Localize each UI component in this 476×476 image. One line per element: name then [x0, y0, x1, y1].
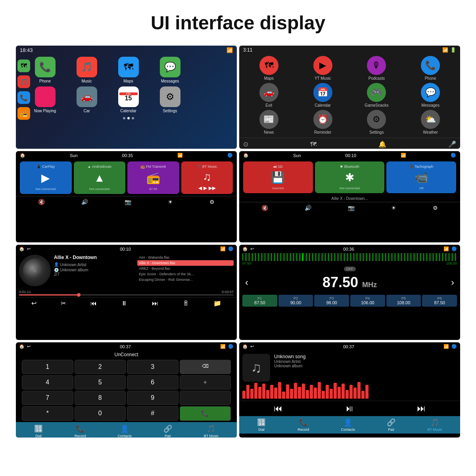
preset-p1[interactable]: P1 87.50 [242, 295, 277, 307]
btm-bottombar-record[interactable]: 📞 Record [298, 418, 309, 432]
sd-home-icon[interactable]: 🏠 [243, 153, 249, 158]
app-news[interactable]: 📰 News [243, 110, 295, 134]
android-mic-btn[interactable]: 🎤 [448, 140, 456, 148]
key-0[interactable]: 0 [75, 406, 126, 421]
radio-freq-bar[interactable] [242, 253, 457, 261]
app-ytmusic[interactable]: ▶ YT Music [297, 56, 349, 81]
bottombar-dial[interactable]: 🔢 Dial [34, 424, 43, 438]
bt-play-btn[interactable]: ▶ [203, 185, 207, 191]
preset-p3[interactable]: P3 98.00 [314, 295, 349, 307]
app-messages[interactable]: 💬 Messages [151, 57, 189, 83]
sidebar-radio-icon[interactable]: 📻 [17, 107, 30, 120]
sidebar-maps-icon[interactable]: 🗺 [17, 60, 30, 72]
camera-btn[interactable]: 📷 [125, 199, 131, 205]
key-3[interactable]: 3 [127, 360, 178, 374]
key-7[interactable]: 7 [22, 391, 73, 405]
tile-bluetooth[interactable]: ✱ Bluetooth ✱ Not connected [315, 161, 385, 193]
music-next-btn[interactable]: ⏭ [152, 300, 158, 307]
music-pause-btn[interactable]: ⏸ [121, 300, 127, 307]
btm-prev-btn[interactable]: ⏮ [274, 403, 282, 414]
btm-home-icon[interactable]: 🏠 [242, 344, 248, 349]
playlist-item-2[interactable]: Allie X - Downtown.flac [137, 260, 234, 266]
key-star[interactable]: * [22, 406, 73, 421]
app-calendar-a[interactable]: 📅 Calendar [297, 83, 349, 107]
preset-p2[interactable]: P2 90.00 [278, 295, 313, 307]
app-gamesnacks[interactable]: 🎮 GameSnacks [351, 83, 403, 107]
dial-back-icon[interactable]: ↩ [27, 344, 31, 349]
app-maps[interactable]: 🗺 Maps [109, 57, 148, 83]
playlist-item-1[interactable]: Aini - Wakanda.flac [137, 255, 234, 260]
key-hash[interactable]: # [127, 406, 178, 421]
key-2[interactable]: 2 [75, 360, 126, 374]
app-maps-a[interactable]: 🗺 Maps [243, 56, 295, 81]
btm-bottombar-dial[interactable]: 🔢 Dial [257, 418, 266, 432]
bt-next-btn[interactable]: ▶▶ [209, 185, 216, 191]
music-folder-btn[interactable]: 📁 [213, 299, 221, 307]
app-reminder[interactable]: ⏰ Reminder [297, 110, 349, 134]
app-podcasts[interactable]: 🎙 Podcasts [351, 56, 403, 81]
music-shuffle-btn[interactable]: ✂ [61, 299, 66, 307]
key-plus[interactable]: + [180, 375, 231, 390]
music-back-btn[interactable]: ↩ [31, 299, 36, 307]
android-map-btn[interactable]: ⊙ [243, 140, 248, 148]
btm-bottombar-pair[interactable]: 🔗 Pair [387, 418, 395, 432]
bottombar-contacts[interactable]: 👤 Contacts [118, 424, 132, 438]
android-nav-btn[interactable]: 🗺 [310, 141, 317, 148]
app-calendar[interactable]: FRI 15 Calendar [109, 86, 148, 113]
android-bell-btn[interactable]: 🔔 [378, 140, 386, 148]
brightness-btn[interactable]: ☀ [168, 199, 173, 205]
sd-camera[interactable]: 📷 [348, 205, 355, 211]
key-8[interactable]: 8 [75, 391, 126, 405]
bottombar-record[interactable]: 📞 Record [75, 424, 86, 438]
bottombar-pair[interactable]: 🔗 Pair [163, 424, 172, 438]
key-5[interactable]: 5 [75, 375, 126, 390]
tile-tachograph[interactable]: 🎥 Tachograph 📹 Off [386, 161, 456, 193]
sd-settings[interactable]: ⚙ [433, 205, 438, 211]
app-music[interactable]: 🎵 Music [67, 57, 106, 83]
sd-vol-up[interactable]: 🔊 [305, 205, 311, 211]
key-call[interactable]: 📞 [180, 406, 231, 421]
preset-p4[interactable]: P4 106.00 [350, 295, 385, 307]
toggle-btn[interactable]: OFF [344, 267, 356, 271]
vol-down-btn[interactable]: 🔇 [38, 199, 45, 205]
app-exit[interactable]: 🚗 Exit [243, 83, 295, 107]
app-settings-a[interactable]: ⚙ Settings [351, 110, 403, 134]
app-messages-a[interactable]: 💬 Messages [405, 83, 456, 107]
settings-btn[interactable]: ⚙ [209, 199, 215, 205]
music-prev-btn[interactable]: ⏮ [90, 300, 97, 307]
btm-bottombar-contacts[interactable]: 👤 Contacts [341, 418, 355, 432]
progress-bar[interactable] [19, 294, 234, 296]
tile-carplay[interactable]: 📱 CarPlay ▶ Not connected [20, 161, 72, 194]
radio-back-icon[interactable]: ↩ [250, 246, 254, 251]
music-back-icon[interactable]: ↩ [27, 246, 31, 251]
btm-bottombar-btmusic[interactable]: 🎵 BT Music [428, 418, 442, 432]
btm-back-icon[interactable]: ↩ [250, 344, 254, 349]
key-1[interactable]: 1 [22, 360, 73, 374]
bottombar-btmusic[interactable]: 🎵 BT Music [204, 424, 219, 438]
key-9[interactable]: 9 [127, 391, 178, 405]
playlist-item-3[interactable]: AREZ - Beyond.flac [137, 266, 234, 271]
preset-p6[interactable]: P6 87.50 [422, 295, 457, 307]
tile-androidauto[interactable]: ▲ AndroidAuto ▲ Not connected [74, 161, 126, 194]
radio-next-btn[interactable]: › [451, 277, 454, 288]
tile-btmusic[interactable]: 🎵 BT Music ♫ ◀ ▶ ▶▶ [181, 161, 233, 194]
bt-prev-btn[interactable]: ◀ [198, 185, 202, 191]
music-home-icon[interactable]: 🏠 [19, 246, 25, 251]
radio-home-icon[interactable]: 🏠 [242, 246, 248, 251]
sd-brightness[interactable]: ☀ [391, 205, 396, 211]
sidebar-music-icon[interactable]: 🎵 [17, 75, 30, 88]
app-phone-a[interactable]: 📞 Phone [405, 56, 456, 81]
sidebar-phone-icon[interactable]: 📞 [17, 91, 30, 104]
preset-p5[interactable]: P5 108.00 [386, 295, 421, 307]
music-eq-btn[interactable]: 🎚 [183, 300, 189, 307]
home-icon[interactable]: 🏠 [20, 153, 25, 158]
sd-vol-down[interactable]: 🔇 [261, 205, 268, 211]
radio-prev-btn[interactable]: ‹ [245, 277, 248, 288]
key-del[interactable]: ⌫ [180, 360, 231, 374]
key-6[interactable]: 6 [127, 375, 178, 390]
app-car[interactable]: 🚗 Car [67, 86, 106, 113]
btm-next-btn[interactable]: ⏭ [417, 403, 426, 414]
tile-fm[interactable]: 📻 FM Transmit 📻 87.50 [127, 161, 179, 194]
playlist-item-5[interactable]: Escaping Dinner - Rob Simonse... [137, 277, 234, 282]
dial-home-icon[interactable]: 🏠 [19, 344, 25, 349]
